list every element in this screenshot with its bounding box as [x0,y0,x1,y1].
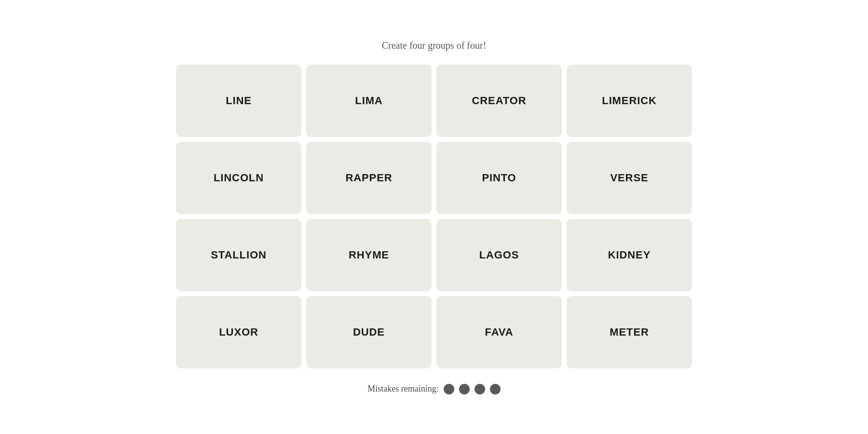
tile-verse[interactable]: VERSE [567,142,692,214]
tile-limerick[interactable]: LIMERICK [567,65,692,137]
tile-luxor-label: LUXOR [219,326,258,339]
tile-rapper[interactable]: RAPPER [306,142,432,214]
tile-pinto-label: PINTO [482,172,516,184]
tile-lincoln[interactable]: LINCOLN [176,142,301,214]
tile-dude[interactable]: DUDE [306,296,432,368]
tile-pinto[interactable]: PINTO [436,142,562,214]
tile-creator-label: CREATOR [472,95,527,107]
tile-fava[interactable]: FAVA [436,296,562,368]
tile-verse-label: VERSE [610,172,649,184]
tile-lincoln-label: LINCOLN [214,172,264,184]
subtitle: Create four groups of four! [382,40,487,51]
tile-rhyme[interactable]: RHYME [306,219,432,291]
tile-kidney-label: KIDNEY [608,249,651,261]
tile-line-label: LINE [226,95,252,107]
tile-lagos-label: LAGOS [479,249,519,261]
game-grid: LINELIMACREATORLIMERICKLINCOLNRAPPERPINT… [176,65,692,368]
tile-luxor[interactable]: LUXOR [176,296,301,368]
mistake-dot-4 [490,384,501,394]
tile-rhyme-label: RHYME [349,249,389,261]
mistakes-row: Mistakes remaining: [367,384,500,394]
tile-stallion[interactable]: STALLION [176,219,301,291]
mistakes-label: Mistakes remaining: [367,384,438,394]
tile-lima-label: LIMA [355,95,382,107]
mistake-dot-1 [444,384,454,394]
tile-rapper-label: RAPPER [346,172,393,184]
mistake-dot-3 [475,384,485,394]
tile-stallion-label: STALLION [211,249,266,261]
tile-dude-label: DUDE [353,326,385,339]
tile-creator[interactable]: CREATOR [436,65,562,137]
tile-kidney[interactable]: KIDNEY [567,219,692,291]
mistake-dot-2 [459,384,470,394]
tile-meter-label: METER [610,326,649,339]
tile-line[interactable]: LINE [176,65,301,137]
tile-limerick-label: LIMERICK [602,95,656,107]
tile-meter[interactable]: METER [567,296,692,368]
tile-lima[interactable]: LIMA [306,65,432,137]
tile-fava-label: FAVA [485,326,514,339]
tile-lagos[interactable]: LAGOS [436,219,562,291]
